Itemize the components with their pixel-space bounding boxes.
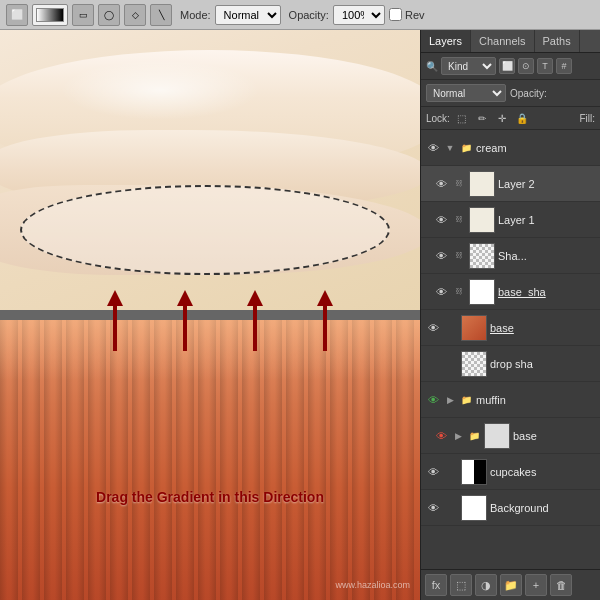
kind-filter-row: 🔍 Kind ⬜ ⊙ T # [421,53,600,80]
expand-muffin[interactable]: ▶ [444,394,456,406]
arrow-1 [107,290,123,351]
link-icon-basesha: ⛓ [452,285,466,299]
main-area: Drag the Gradient in this Direction www.… [0,30,600,600]
visibility-eye-sha[interactable]: 👁 [433,248,449,264]
lock-label: Lock: [426,113,450,124]
layer-cupcakes[interactable]: 👁 cupcakes [421,454,600,490]
lock-transparent-btn[interactable]: ⬚ [454,110,470,126]
blend-mode-select[interactable]: Normal [426,84,506,102]
thumb-base-sha [469,279,495,305]
visibility-eye-base-muffin[interactable]: 👁 [433,428,449,444]
link-icon-sha: ⛓ [452,249,466,263]
tab-channels[interactable]: Channels [471,30,534,52]
visibility-eye-basesha[interactable]: 👁 [433,284,449,300]
filter-btn-1[interactable]: ⬜ [499,58,515,74]
layer-background[interactable]: 👁 Background [421,490,600,526]
tool-icon-1[interactable]: ⬜ [6,4,28,26]
thumb-base [461,315,487,341]
visibility-eye-cream[interactable]: 👁 [425,140,441,156]
opacity-label: Opacity: [289,9,329,21]
new-layer-button[interactable]: + [525,574,547,596]
layers-list: 👁 ▼ 📁 cream 👁 ⛓ Layer 2 👁 ⛓ Layer 1 [421,130,600,569]
layer-muffin-group[interactable]: 👁 ▶ 📁 muffin [421,382,600,418]
panel-tabs: Layers Channels Paths [421,30,600,53]
layers-panel: Layers Channels Paths 🔍 Kind ⬜ ⊙ T # Nor… [420,30,600,600]
layer-name-background: Background [490,502,596,514]
filter-btn-2[interactable]: ⊙ [518,58,534,74]
layer-name-base: base [490,322,596,334]
visibility-eye-muffin[interactable]: 👁 [425,392,441,408]
fill-label: Fill: [579,113,595,124]
lock-move-btn[interactable]: ✛ [494,110,510,126]
thumb-sha [469,243,495,269]
arrow-head-2 [177,290,193,306]
tool-icon-circle[interactable]: ◯ [98,4,120,26]
arrow-4 [317,290,333,351]
gradient-swatch[interactable] [32,4,68,26]
link-icon-layer1: ⛓ [452,213,466,227]
arrow-line-2 [183,306,187,351]
folder-icon-base-muffin: 📁 [467,429,481,443]
visibility-eye-dropsha[interactable]: 👁 [425,356,441,372]
layer-layer1[interactable]: 👁 ⛓ Layer 1 [421,202,600,238]
visibility-eye-layer2[interactable]: 👁 [433,176,449,192]
layer-name-layer1: Layer 1 [498,214,596,226]
selection-oval [20,185,390,275]
thumb-drop-sha [461,351,487,377]
layer-base-sha[interactable]: 👁 ⛓ base_sha [421,274,600,310]
opacity-select[interactable]: 100% [333,5,385,25]
watermark-label: www.hazalioa.com [335,580,410,590]
layer-base-muffin[interactable]: 👁 ▶ 📁 base [421,418,600,454]
layer-name-muffin: muffin [476,394,596,406]
visibility-eye-background[interactable]: 👁 [425,500,441,516]
filter-btn-3[interactable]: T [537,58,553,74]
visibility-eye-base[interactable]: 👁 [425,320,441,336]
mode-label: Mode: [180,9,211,21]
kind-select[interactable]: Kind [441,57,496,75]
lock-all-btn[interactable]: 🔒 [514,110,530,126]
thumb-layer2 [469,171,495,197]
thumb-background [461,495,487,521]
visibility-eye-layer1[interactable]: 👁 [433,212,449,228]
thumb-cupcakes [461,459,487,485]
arrow-line-4 [323,306,327,351]
expand-cream[interactable]: ▼ [444,142,456,154]
layer-name-base-muffin: base [513,430,596,442]
layer-name-cupcakes: cupcakes [490,466,596,478]
adjustment-button[interactable]: ◑ [475,574,497,596]
arrow-head-4 [317,290,333,306]
layer-drop-sha[interactable]: 👁 drop sha [421,346,600,382]
reverse-checkbox[interactable]: Rev [389,8,425,21]
arrow-2 [177,290,193,351]
lock-paint-btn[interactable]: ✏ [474,110,490,126]
tool-icon-diamond[interactable]: ◇ [124,4,146,26]
cream-highlight [60,60,260,120]
link-icon-dropsha [444,357,458,371]
arrow-3 [247,290,263,351]
new-group-button[interactable]: 📁 [500,574,522,596]
link-icon-background [444,501,458,515]
fx-button[interactable]: fx [425,574,447,596]
layer-sha[interactable]: 👁 ⛓ Sha... [421,238,600,274]
tab-paths[interactable]: Paths [535,30,580,52]
filter-btn-4[interactable]: # [556,58,572,74]
add-mask-button[interactable]: ⬚ [450,574,472,596]
layer-name-base-sha: base_sha [498,286,596,298]
arrow-line-3 [253,306,257,351]
tool-icon-rect[interactable]: ▭ [72,4,94,26]
layer-base[interactable]: 👁 base [421,310,600,346]
arrows-container [80,290,360,380]
visibility-eye-cupcakes[interactable]: 👁 [425,464,441,480]
canvas-area[interactable]: Drag the Gradient in this Direction www.… [0,30,420,600]
tool-icon-line[interactable]: ╲ [150,4,172,26]
tab-layers[interactable]: Layers [421,30,471,52]
layer-name-drop-sha: drop sha [490,358,596,370]
layer-layer2[interactable]: 👁 ⛓ Layer 2 [421,166,600,202]
arrow-head-3 [247,290,263,306]
delete-layer-button[interactable]: 🗑 [550,574,572,596]
expand-base-muffin[interactable]: ▶ [452,430,464,442]
gradient-instruction-label: Drag the Gradient in this Direction [96,489,324,505]
mode-select[interactable]: Normal [215,5,281,25]
layer-cream-group[interactable]: 👁 ▼ 📁 cream [421,130,600,166]
filter-icon: 🔍 [426,61,438,72]
